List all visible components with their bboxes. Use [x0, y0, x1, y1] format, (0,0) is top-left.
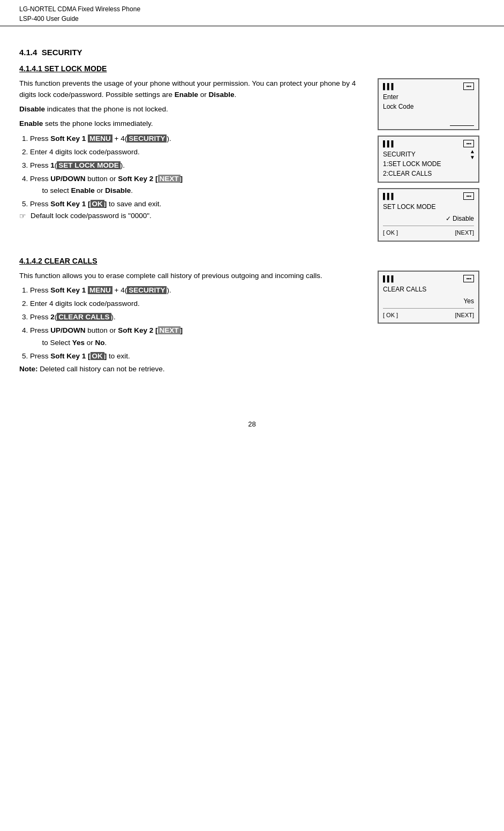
screen-set-lock-mode: ▌▌▌ ▪▪▪ SET LOCK MODE ✓ Disable [ OK ] […: [378, 188, 479, 242]
subsection2-text: This function allows you to erase comple…: [19, 271, 367, 373]
subsection-set-lock-mode: 4.1.4.1 SET LOCK MODE This function prev…: [19, 64, 485, 242]
tip-row: ☞ Default lock code/password is "0000".: [19, 212, 367, 220]
subsection1-title: 4.1.4.1 SET LOCK MODE: [19, 64, 485, 73]
signal-icon-1: ▌▌▌: [383, 83, 395, 89]
enable-text: Enable sets the phone locks immediately.: [19, 118, 367, 130]
screen1-line1: Enter: [383, 92, 474, 102]
screen4-body: CLEAR CALLS Yes [ OK ] [NEXT]: [383, 285, 474, 320]
subsection1-text: This function prevents the usage of your…: [19, 78, 367, 222]
screen2-line3: 2:CLEAR CALLS: [383, 169, 474, 178]
step1-1: Press Soft Key 1 MENU + 4(SECURITY).: [30, 133, 367, 145]
scroll-up-icon: ▲: [470, 148, 475, 154]
disable-text: Disable indicates that the phone is not …: [19, 104, 367, 115]
screen3-next: [NEXT]: [455, 228, 474, 237]
step2-4: Press UP/DOWN button or Soft Key 2 [NEXT…: [30, 325, 367, 349]
screen2-body: SECURITY 1:SET LOCK MODE 2:CLEAR CALLS: [383, 149, 474, 178]
screen4-line1: CLEAR CALLS: [383, 285, 474, 294]
tip-text: Default lock code/password is "0000".: [31, 212, 152, 220]
subsection2-content: This function allows you to erase comple…: [19, 271, 485, 373]
screen2-topbar: ▌▌▌ ▪▪▪: [383, 140, 474, 147]
screen4-line2: Yes: [383, 296, 474, 306]
screen3-body: SET LOCK MODE ✓ Disable [ OK ] [NEXT]: [383, 202, 474, 237]
screen4-ok: [ OK ]: [383, 311, 398, 320]
battery-icon-1: ▪▪▪: [463, 83, 474, 90]
screen4-divider: [383, 308, 474, 309]
screen3-line1: SET LOCK MODE: [383, 202, 474, 212]
page-content: 4.1.4 SECURITY 4.1.4.1 SET LOCK MODE Thi…: [0, 26, 504, 399]
screen3-ok: [ OK ]: [383, 228, 398, 237]
scroll-arrows: ▲ ▼: [470, 148, 475, 160]
screen1-line2: Lock Code: [383, 102, 474, 111]
tip-icon: ☞: [19, 212, 26, 220]
signal-icon-2: ▌▌▌: [383, 140, 395, 147]
signal-icon-3: ▌▌▌: [383, 193, 395, 199]
step1-4: Press UP/DOWN button or Soft Key 2 [NEXT…: [30, 173, 367, 198]
step1-2: Enter 4 digits lock code/password.: [30, 146, 367, 159]
battery-icon-2: ▪▪▪: [463, 140, 474, 147]
screen1-body: Enter Lock Code: [383, 92, 474, 126]
screen3-line2: ✓ Disable: [383, 214, 474, 223]
screen3-topbar: ▌▌▌ ▪▪▪: [383, 192, 474, 200]
header-line1: LG-NORTEL CDMA Fixed Wireless Phone: [19, 4, 485, 14]
screen2-line2: 1:SET LOCK MODE: [383, 159, 474, 169]
intro-text: This function prevents the usage of your…: [19, 78, 367, 101]
screen4-next: [NEXT]: [455, 311, 474, 320]
step1-3: Press 1(SET LOCK MODE).: [30, 160, 367, 172]
screen-clear-calls: ▌▌▌ ▪▪▪ CLEAR CALLS Yes [ OK ] [NEXT]: [378, 271, 479, 324]
screen-security-menu: ▌▌▌ ▪▪▪ SECURITY 1:SET LOCK MODE 2:CLEAR…: [378, 136, 479, 183]
subsection2-title: 4.1.4.2 CLEAR CALLS: [19, 257, 485, 265]
screen3-divider: [383, 226, 474, 226]
step2-3: Press 2(CLEAR CALLS).: [30, 311, 367, 324]
subsection2-intro: This function allows you to erase comple…: [19, 271, 367, 282]
step2-5: Press Soft Key 1 [OK] to exit.: [30, 350, 367, 363]
subsection1-content: This function prevents the usage of your…: [19, 78, 485, 242]
screen4-bottom: [ OK ] [NEXT]: [383, 311, 474, 320]
steps-list-1: Press Soft Key 1 MENU + 4(SECURITY). Ent…: [19, 133, 367, 211]
screens-col-2: ▌▌▌ ▪▪▪ CLEAR CALLS Yes [ OK ] [NEXT]: [378, 271, 485, 324]
step2-1: Press Soft Key 1 MENU + 4(SECURITY).: [30, 285, 367, 297]
note-text: Note: Deleted call history can not be re…: [19, 365, 367, 373]
scroll-down-icon: ▼: [470, 154, 475, 160]
screen1-input: [383, 116, 474, 126]
page-number: 28: [0, 420, 504, 439]
header-line2: LSP-400 User Guide: [19, 14, 485, 24]
steps-list-2: Press Soft Key 1 MENU + 4(SECURITY). Ent…: [19, 285, 367, 363]
battery-icon-4: ▪▪▪: [463, 275, 474, 282]
signal-icon-4: ▌▌▌: [383, 275, 395, 282]
screens-col-1: ▌▌▌ ▪▪▪ Enter Lock Code ▌▌▌: [378, 78, 485, 242]
screen4-topbar: ▌▌▌ ▪▪▪: [383, 275, 474, 282]
subsection-clear-calls: 4.1.4.2 CLEAR CALLS This function allows…: [19, 257, 485, 373]
screen2-line1: SECURITY: [383, 149, 474, 159]
screen3-bottom: [ OK ] [NEXT]: [383, 228, 474, 237]
step1-5: Press Soft Key 1 [OK] to save and exit.: [30, 198, 367, 211]
battery-icon-3: ▪▪▪: [463, 192, 474, 200]
step2-2: Enter 4 digits lock code/password.: [30, 298, 367, 310]
screen-enter-lock-code: ▌▌▌ ▪▪▪ Enter Lock Code: [378, 78, 479, 130]
page-header: LG-NORTEL CDMA Fixed Wireless Phone LSP-…: [0, 0, 504, 26]
section-title: 4.1.4 SECURITY: [19, 48, 485, 57]
screen1-topbar: ▌▌▌ ▪▪▪: [383, 83, 474, 90]
